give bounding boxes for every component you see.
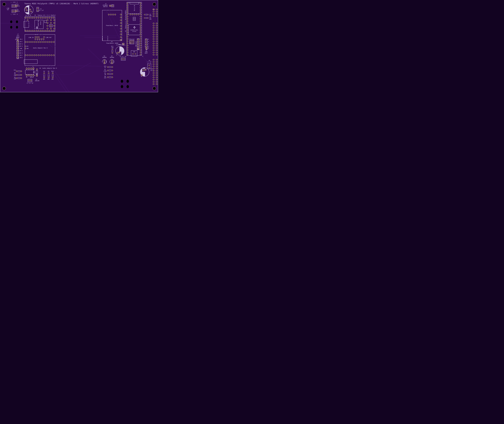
- pad: [156, 50, 157, 51]
- r2-value: 100: [149, 19, 151, 20]
- pad: [25, 30, 26, 31]
- pad: [46, 17, 48, 19]
- pad: [127, 45, 128, 46]
- square-pad: [119, 52, 120, 53]
- pad: [44, 72, 45, 74]
- mounting-hole: [2, 87, 6, 90]
- pad: [50, 25, 52, 26]
- pad: [112, 73, 113, 75]
- r11-ref: R11: [111, 46, 113, 47]
- pad: [29, 30, 31, 31]
- u2-chip-line1: MIMXRT1062: [131, 30, 138, 31]
- drill-hole: [10, 26, 12, 29]
- pad: [14, 10, 16, 12]
- pad: [53, 28, 55, 29]
- usb-label: USB: [133, 51, 135, 53]
- pad: [153, 81, 155, 82]
- pad: [33, 54, 35, 56]
- pad: [127, 38, 128, 40]
- copper-trace: [148, 49, 154, 55]
- u4-label: U4 Audio Adapter Rev D: [39, 68, 57, 69]
- pad: [127, 25, 128, 26]
- pad: [16, 77, 18, 79]
- pad: [140, 54, 141, 55]
- r5-body: [109, 73, 112, 75]
- pad: [156, 63, 157, 65]
- square-pad: [130, 42, 131, 44]
- pad: [127, 5, 128, 6]
- u3-small-outline: [44, 20, 46, 23]
- pad: [134, 14, 135, 15]
- pad: [36, 69, 38, 70]
- pad: [130, 14, 131, 15]
- drill-hole: [126, 80, 129, 83]
- c6-ref: C6: [149, 60, 150, 61]
- r8-body: [18, 74, 21, 76]
- pad: [37, 10, 38, 11]
- r13-body: [109, 66, 112, 68]
- pad: [30, 75, 32, 76]
- pad: [28, 75, 30, 76]
- pad: [153, 54, 155, 56]
- pcb-board: Teensy MIDI PolySynth (TMPS) v5 (2024012…: [0, 0, 158, 92]
- pad: [120, 14, 122, 15]
- pad: [143, 69, 144, 71]
- j7-pin-label: GND: [20, 48, 22, 49]
- pad: [53, 22, 55, 24]
- pad: [137, 41, 139, 43]
- pad: [40, 54, 42, 56]
- square-pad: [145, 48, 147, 50]
- pad: [42, 54, 44, 56]
- d1-ref: D1: [36, 79, 37, 80]
- c5-ref: C5: [151, 69, 153, 70]
- j5-ref: J5: [146, 50, 147, 51]
- pad: [124, 58, 125, 60]
- pad: [127, 16, 128, 17]
- c3-label: C3 10 uF: [25, 15, 31, 16]
- pad: [12, 5, 14, 7]
- line-out-label: OUT: [7, 9, 9, 10]
- audio-pin-label: G: [35, 34, 36, 35]
- pad: [153, 23, 155, 24]
- pad: [31, 17, 33, 19]
- pad: [43, 36, 45, 38]
- c1-plus-icon: +: [116, 54, 117, 56]
- pad: [138, 14, 139, 15]
- pad: [53, 41, 55, 43]
- square-pad: [141, 75, 143, 76]
- drill-hole: [16, 20, 18, 23]
- pad: [140, 34, 141, 35]
- resistor-value: 470K: [104, 71, 107, 72]
- resistor-ref: R6: [14, 77, 16, 78]
- pad: [127, 49, 128, 51]
- pad: [36, 54, 37, 56]
- pad: [30, 68, 32, 69]
- pad: [52, 77, 53, 78]
- pad: [156, 45, 157, 46]
- j5-pin-label: R: [148, 48, 149, 49]
- resistor-ref: R9: [104, 76, 106, 77]
- pad: [29, 17, 31, 19]
- u5-notch: [33, 71, 35, 73]
- pad: [132, 53, 134, 55]
- pad: [53, 25, 55, 26]
- u3-chip-line2: DVL6A: [40, 21, 41, 25]
- pad: [156, 59, 157, 60]
- copper-trace: [84, 37, 116, 37]
- pad: [36, 17, 37, 19]
- j2-ref: J2: [105, 3, 106, 5]
- pad: [107, 76, 109, 78]
- pad: [153, 50, 155, 51]
- pad: [112, 52, 113, 54]
- pad: [49, 30, 50, 31]
- pad: [140, 47, 141, 49]
- drill-hole: [121, 80, 123, 83]
- j5-label-usb: USB: [145, 51, 147, 52]
- u2-label: U2 Teensy 4.1 (Display/MIDI): [125, 10, 126, 32]
- pad: [51, 30, 52, 31]
- pad: [140, 49, 141, 51]
- square-pad: [111, 62, 112, 64]
- pad: [107, 66, 109, 68]
- pad: [26, 9, 27, 11]
- pad: [156, 23, 157, 24]
